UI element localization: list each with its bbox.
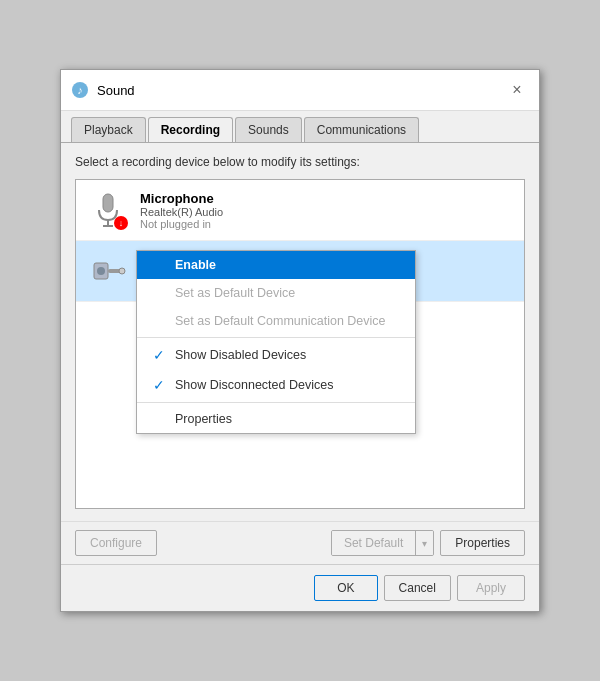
error-badge: ↓ — [114, 216, 128, 230]
sound-dialog: ♪ Sound × Playback Recording Sounds Comm… — [60, 69, 540, 612]
svg-point-8 — [119, 268, 125, 274]
ctx-show-disabled-label: Show Disabled Devices — [175, 348, 306, 362]
ctx-separator-2 — [137, 402, 415, 403]
bottom-controls: Configure Set Default ▾ Properties — [61, 521, 539, 564]
title-bar: ♪ Sound × — [61, 70, 539, 111]
footer: OK Cancel Apply — [61, 564, 539, 611]
apply-button[interactable]: Apply — [457, 575, 525, 601]
ctx-show-disconnected-check: ✓ — [153, 377, 167, 393]
ctx-show-disabled[interactable]: ✓ Show Disabled Devices — [137, 340, 415, 370]
sound-icon: ♪ — [71, 81, 89, 99]
device-info-microphone: Microphone Realtek(R) Audio Not plugged … — [140, 191, 512, 230]
set-default-arrow[interactable]: ▾ — [415, 531, 433, 555]
content-area: Select a recording device below to modif… — [61, 143, 539, 521]
ctx-set-default: Set as Default Device — [137, 279, 415, 307]
tabs-bar: Playback Recording Sounds Communications — [61, 111, 539, 143]
tab-playback[interactable]: Playback — [71, 117, 146, 142]
svg-point-6 — [97, 267, 105, 275]
ctx-set-default-comm-label: Set as Default Communication Device — [175, 314, 386, 328]
close-button[interactable]: × — [505, 78, 529, 102]
tab-communications[interactable]: Communications — [304, 117, 419, 142]
cancel-button[interactable]: Cancel — [384, 575, 451, 601]
svg-text:♪: ♪ — [77, 84, 83, 96]
configure-button[interactable]: Configure — [75, 530, 157, 556]
ctx-separator-1 — [137, 337, 415, 338]
set-default-split: Set Default ▾ — [331, 530, 434, 556]
ctx-set-default-label: Set as Default Device — [175, 286, 295, 300]
context-menu: Enable Set as Default Device Set as Defa… — [136, 250, 416, 434]
ctx-properties-label: Properties — [175, 412, 232, 426]
svg-rect-2 — [103, 194, 113, 212]
ctx-enable-label: Enable — [175, 258, 216, 272]
device-status-microphone: Not plugged in — [140, 218, 512, 230]
instruction-text: Select a recording device below to modif… — [75, 155, 525, 169]
device-list: ↓ Microphone Realtek(R) Audio Not plugge… — [75, 179, 525, 509]
ctx-show-disconnected[interactable]: ✓ Show Disconnected Devices — [137, 370, 415, 400]
ok-button[interactable]: OK — [314, 575, 377, 601]
device-name-microphone: Microphone — [140, 191, 512, 206]
dialog-title: Sound — [97, 83, 505, 98]
ctx-show-disabled-check: ✓ — [153, 347, 167, 363]
ctx-set-default-comm: Set as Default Communication Device — [137, 307, 415, 335]
properties-button[interactable]: Properties — [440, 530, 525, 556]
tab-recording[interactable]: Recording — [148, 117, 233, 142]
device-sub-microphone: Realtek(R) Audio — [140, 206, 512, 218]
set-default-button[interactable]: Set Default — [332, 531, 415, 555]
tab-sounds[interactable]: Sounds — [235, 117, 302, 142]
ctx-properties[interactable]: Properties — [137, 405, 415, 433]
linein-icon — [88, 251, 128, 291]
device-item-microphone[interactable]: ↓ Microphone Realtek(R) Audio Not plugge… — [76, 180, 524, 241]
ctx-show-disconnected-label: Show Disconnected Devices — [175, 378, 333, 392]
microphone-icon: ↓ — [88, 190, 128, 230]
ctx-enable[interactable]: Enable — [137, 251, 415, 279]
